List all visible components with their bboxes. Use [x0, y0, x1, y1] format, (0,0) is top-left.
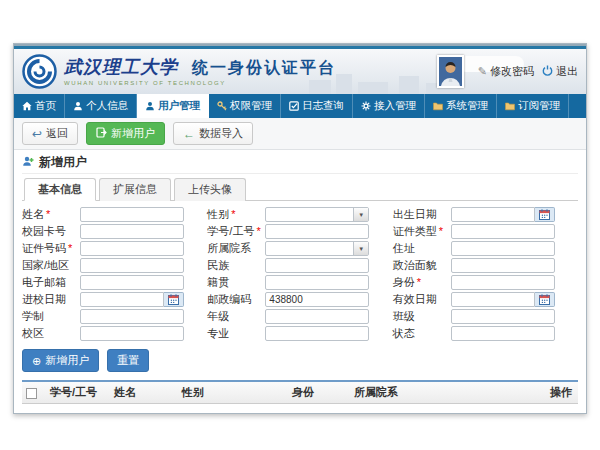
id-type-input[interactable]: [451, 224, 555, 239]
field-class: 班级: [393, 309, 578, 324]
gear-icon: [361, 101, 371, 111]
back-button[interactable]: ↩ 返回: [22, 122, 78, 145]
ethnicity-input[interactable]: [265, 258, 369, 273]
change-password-label: 修改密码: [490, 64, 534, 79]
required-marker: *: [46, 208, 50, 220]
section-title: 新增用户: [39, 154, 87, 171]
add-user-section-icon: [22, 155, 34, 170]
chevron-down-icon[interactable]: ▼: [353, 242, 368, 255]
major-input[interactable]: [265, 326, 369, 341]
calendar-icon[interactable]: [164, 292, 184, 307]
select-all-checkbox[interactable]: [26, 388, 37, 399]
logout-label: 退出: [556, 64, 578, 79]
gender-select[interactable]: ▼: [265, 207, 369, 222]
nav-tab-user-management[interactable]: 用户管理: [137, 94, 209, 118]
field-postal-code: 邮政编码: [207, 292, 392, 307]
tab-basic-info[interactable]: 基本信息: [24, 178, 96, 201]
valid-date-input[interactable]: [451, 292, 535, 307]
user-icon: [73, 101, 83, 111]
schooling-length-input[interactable]: [80, 309, 184, 324]
native-place-input[interactable]: [265, 275, 369, 290]
nav-tab-personal-info[interactable]: 个人信息: [65, 94, 137, 118]
section-header: 新增用户: [22, 152, 578, 174]
tab-upload-avatar[interactable]: 上传头像: [174, 178, 246, 201]
form-actions: ⊕ 新增用户 重置: [22, 349, 578, 372]
app-title: 武汉理工大学统一身份认证平台 WUHAN UNIVERSITY OF TECHN…: [64, 55, 336, 86]
field-enroll-date: 进校日期: [22, 292, 207, 307]
campus-input[interactable]: [80, 326, 184, 341]
app-header: 武汉理工大学统一身份认证平台 WUHAN UNIVERSITY OF TECHN…: [14, 49, 586, 94]
field-valid-date: 有效日期: [393, 292, 578, 307]
column-gender: 性别: [178, 381, 288, 404]
logout-link[interactable]: 退出: [542, 64, 578, 79]
main-nav: 首页 个人信息 用户管理 权限管理 日志查询 接入管理 系统管理 订阅管理: [14, 94, 586, 118]
nav-tab-log-query[interactable]: 日志查询: [281, 94, 353, 118]
column-name: 姓名: [110, 381, 178, 404]
name-input[interactable]: [80, 207, 184, 222]
field-id-number: 证件号码*: [22, 241, 207, 256]
nav-tab-access-management[interactable]: 接入管理: [353, 94, 425, 118]
department-select[interactable]: ▼: [265, 241, 369, 256]
field-native-place: 籍贯: [207, 275, 392, 290]
campus-card-input[interactable]: [80, 224, 184, 239]
required-marker: *: [68, 242, 72, 254]
nav-tab-permission-management[interactable]: 权限管理: [209, 94, 281, 118]
status-input[interactable]: [451, 326, 555, 341]
field-campus: 校区: [22, 326, 207, 341]
nav-tab-system-management[interactable]: 系统管理: [425, 94, 497, 118]
change-password-link[interactable]: ✎ 修改密码: [478, 64, 534, 79]
back-arrow-icon: ↩: [32, 129, 42, 139]
calendar-icon[interactable]: [535, 292, 555, 307]
field-major: 专业: [207, 326, 392, 341]
political-status-input[interactable]: [451, 258, 555, 273]
avatar[interactable]: [437, 55, 464, 88]
required-marker: *: [231, 208, 235, 220]
grade-input[interactable]: [265, 309, 369, 324]
reset-button[interactable]: 重置: [107, 349, 149, 372]
field-status: 状态: [393, 326, 578, 341]
add-user-toolbar-button[interactable]: 新增用户: [86, 122, 165, 145]
identity-input[interactable]: [451, 275, 555, 290]
tab-extended-info[interactable]: 扩展信息: [99, 178, 171, 201]
home-icon: [22, 101, 32, 111]
student-id-input[interactable]: [265, 224, 369, 239]
email-input[interactable]: [80, 275, 184, 290]
log-check-icon: [289, 101, 299, 111]
field-birth-date: 出生日期: [393, 207, 578, 222]
table-header-row: 学号/工号 姓名 性别 身份 所属院系 操作: [22, 381, 578, 404]
platform-title: 统一身份认证平台: [192, 58, 336, 77]
submit-add-user-button[interactable]: ⊕ 新增用户: [22, 349, 99, 372]
class-input[interactable]: [451, 309, 555, 324]
required-marker: *: [417, 276, 421, 288]
field-address: 住址: [393, 241, 578, 256]
column-identity: 身份: [288, 381, 350, 404]
postal-code-input[interactable]: [265, 292, 369, 307]
nav-tab-home[interactable]: 首页: [14, 94, 65, 118]
plus-circle-icon: ⊕: [32, 356, 41, 366]
field-schooling-length: 学制: [22, 309, 207, 324]
building-silhouette: [399, 76, 419, 94]
key-icon: [217, 101, 227, 111]
required-marker: *: [256, 225, 260, 237]
chevron-down-icon[interactable]: ▼: [353, 208, 368, 221]
enroll-date-input[interactable]: [80, 292, 164, 307]
field-email: 电子邮箱: [22, 275, 207, 290]
calendar-icon[interactable]: [535, 207, 555, 222]
nav-tab-subscription-management[interactable]: 订阅管理: [497, 94, 569, 118]
university-name-en: WUHAN UNIVERSITY OF TECHNOLOGY: [64, 80, 336, 86]
column-student-id: 学号/工号: [46, 381, 110, 404]
field-name: 姓名*: [22, 207, 207, 222]
address-input[interactable]: [451, 241, 555, 256]
user-result-table: 学号/工号 姓名 性别 身份 所属院系 操作: [22, 380, 578, 414]
column-department: 所属院系: [350, 381, 546, 404]
folder-icon: [505, 101, 515, 111]
field-campus-card: 校园卡号: [22, 224, 207, 239]
country-region-input[interactable]: [80, 258, 184, 273]
birth-date-input[interactable]: [451, 207, 535, 222]
add-user-icon: [96, 127, 107, 140]
university-name: 武汉理工大学: [64, 56, 178, 77]
field-ethnicity: 民族: [207, 258, 392, 273]
field-grade: 年级: [207, 309, 392, 324]
data-import-button[interactable]: ← 数据导入: [173, 122, 253, 145]
id-number-input[interactable]: [80, 241, 184, 256]
